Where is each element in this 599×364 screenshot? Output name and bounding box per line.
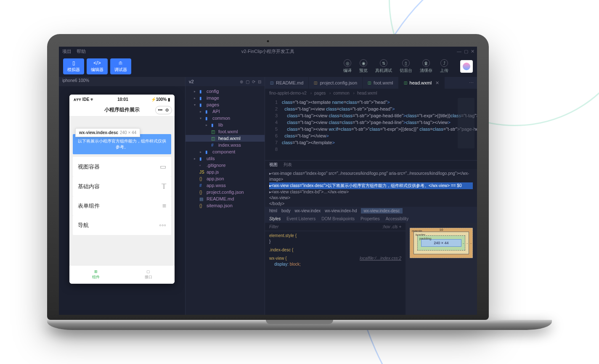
md-icon: ▤ bbox=[199, 197, 204, 201]
debug-icon: ⫙ bbox=[118, 60, 123, 66]
styles-filter-input[interactable]: Filter bbox=[269, 224, 278, 229]
tree-item[interactable]: ▸▮utils bbox=[186, 155, 265, 162]
window-close-icon[interactable]: ✕ bbox=[471, 49, 474, 54]
css-rules[interactable]: element.style {}.index-desc {</span></di… bbox=[265, 231, 406, 315]
code-editor[interactable]: 12345678 class="t-tag"><template name=cl… bbox=[265, 97, 477, 160]
styles-hints[interactable]: :hov .cls + bbox=[382, 224, 401, 229]
tree-item[interactable]: #index.wxss bbox=[186, 142, 265, 148]
new-file-icon[interactable]: ⊕ bbox=[240, 79, 243, 84]
dom-crumb-item[interactable]: wx-view.index-desc bbox=[361, 208, 402, 214]
debugger-toggle-button[interactable]: ⫙调试器 bbox=[110, 58, 131, 74]
refresh-icon[interactable]: ⟳ bbox=[252, 79, 255, 84]
folder-icon: ▮ bbox=[199, 103, 204, 107]
tree-item[interactable]: ▾▮pages bbox=[186, 101, 265, 108]
list-item[interactable]: 表单组件≡ bbox=[73, 196, 171, 216]
tree-item[interactable]: {}project.config.json bbox=[186, 189, 265, 195]
laptop-mockup: 项目 帮助 v2-FinClip小程序开发工具 — ▢ ✕ ▯模拟器 </>编辑… bbox=[47, 34, 552, 330]
devtools-subtabs: StylesEvent ListenersDOM BreakpointsProp… bbox=[265, 214, 477, 223]
upload-button[interactable]: ⤴上传 bbox=[440, 59, 448, 74]
window-maximize-icon[interactable]: ▢ bbox=[464, 49, 468, 54]
dom-inspector[interactable]: ▸<wx-image class="index-logo" src="../re… bbox=[265, 169, 477, 207]
devtools-subtab[interactable]: Accessibility bbox=[386, 216, 408, 221]
list-item[interactable]: 基础内容𝕋 bbox=[73, 177, 171, 196]
menu-help[interactable]: 帮助 bbox=[77, 48, 86, 55]
devtools-subtab[interactable]: Properties bbox=[360, 216, 380, 221]
upload-icon: ⤴ bbox=[440, 59, 448, 67]
phone-close-icon[interactable]: ⊙ bbox=[164, 107, 170, 113]
tree-item[interactable]: {}sitemap.json bbox=[186, 202, 265, 209]
minimap[interactable] bbox=[458, 98, 474, 148]
tree-item[interactable]: ▸▮config bbox=[186, 88, 265, 95]
json-icon: {} bbox=[199, 177, 204, 181]
tree-item[interactable]: ▸▮lib bbox=[186, 121, 265, 128]
json-icon: {} bbox=[199, 203, 204, 208]
tree-item[interactable]: ◫foot.wxml bbox=[186, 128, 265, 135]
wxml-icon: ◫ bbox=[211, 136, 216, 141]
dom-crumb-item[interactable]: body bbox=[281, 208, 291, 213]
ide-screen: 项目 帮助 v2-FinClip小程序开发工具 — ▢ ✕ ▯模拟器 </>编辑… bbox=[59, 47, 477, 315]
dom-breadcrumb[interactable]: htmlbodywx-view.indexwx-view.index-hdwx-… bbox=[265, 207, 477, 214]
tree-item[interactable]: ▫.gitignore bbox=[186, 162, 265, 169]
project-root-label[interactable]: v2 bbox=[189, 79, 194, 84]
editor-tab[interactable]: ◫project.config.json bbox=[309, 77, 363, 89]
breadcrumb-item[interactable]: pages bbox=[314, 91, 331, 95]
index-desc-highlighted[interactable]: 以下将展示小程序官方组件能力，组件样式仅供参考。 bbox=[73, 134, 171, 154]
phone-nav-bar: 小程序组件展示 ••• ⊙ bbox=[69, 104, 175, 116]
devtools-subtab[interactable]: Styles bbox=[269, 216, 281, 221]
devtools-subtab[interactable]: Event Listeners bbox=[286, 216, 315, 221]
simulator-device-info[interactable]: iphone6 100% bbox=[59, 77, 185, 86]
breadcrumb-item[interactable]: common bbox=[333, 91, 354, 95]
dom-crumb-item[interactable]: wx-view.index-hd bbox=[325, 208, 357, 213]
tree-item[interactable]: ◫head.wxml bbox=[186, 135, 265, 142]
tab-api[interactable]: ▢接口 bbox=[122, 266, 175, 284]
list-item[interactable]: 视图容器▭ bbox=[73, 157, 171, 177]
tree-item[interactable]: JSapp.js bbox=[186, 169, 265, 175]
devtools-tab-view[interactable]: 视图 bbox=[269, 162, 278, 168]
box-model-panel: margin 10 - border - padding - bbox=[406, 223, 477, 315]
folder-icon: ▮ bbox=[199, 89, 204, 94]
editor-tab[interactable]: ◫foot.wxml bbox=[363, 77, 398, 89]
folder-icon: ▮ bbox=[199, 96, 204, 100]
tree-item[interactable]: ▸▮image bbox=[186, 95, 265, 101]
collapse-icon[interactable]: ⊟ bbox=[258, 79, 261, 84]
status-carrier: ᴀᴛᴛ IDE ᯤ bbox=[74, 97, 95, 102]
tree-item[interactable]: #app.wxss bbox=[186, 182, 265, 189]
compile-icon: ◎ bbox=[344, 59, 351, 67]
tabs-more-icon[interactable]: ⋯ bbox=[466, 80, 477, 86]
editor-toggle-button[interactable]: </>编辑器 bbox=[87, 58, 108, 74]
background-icon: ▯ bbox=[402, 59, 410, 67]
title-bar: 项目 帮助 v2-FinClip小程序开发工具 — ▢ ✕ bbox=[59, 47, 477, 56]
breadcrumb-item[interactable]: fino-applet-demo-v2 bbox=[269, 91, 312, 95]
inspector-tooltip: wx-view.index-desc240 × 44 bbox=[75, 128, 140, 137]
devtools-tab-list[interactable]: 列表 bbox=[284, 162, 292, 168]
phone-menu-icon[interactable]: ••• bbox=[157, 107, 163, 113]
tree-item[interactable]: ▤README.md bbox=[186, 195, 265, 202]
window-minimize-icon[interactable]: — bbox=[457, 49, 461, 54]
tab-components[interactable]: ⊞组件 bbox=[69, 266, 122, 284]
editor-tab[interactable]: ◫README.md bbox=[265, 77, 309, 89]
compile-button[interactable]: ◎编译 bbox=[343, 59, 352, 74]
clear-cache-button[interactable]: 🗑清缓存 bbox=[420, 59, 432, 74]
background-button[interactable]: ▯切后台 bbox=[400, 59, 412, 74]
devtools-subtab[interactable]: DOM Breakpoints bbox=[321, 216, 355, 221]
breadcrumb-item[interactable]: head.wxml bbox=[357, 91, 377, 95]
tree-item[interactable]: ▸▮component bbox=[186, 148, 265, 155]
preview-button[interactable]: ◉预览 bbox=[359, 59, 368, 74]
list-item[interactable]: 导航◦◦◦ bbox=[73, 216, 171, 235]
editor-tab[interactable]: ◫head.wxml✕ bbox=[399, 77, 445, 89]
editor-tab-bar: ◫README.md◫project.config.json◫foot.wxml… bbox=[265, 77, 477, 89]
close-icon[interactable]: ✕ bbox=[435, 80, 439, 86]
remote-debug-button[interactable]: ⇅真机调试 bbox=[375, 59, 392, 74]
new-folder-icon[interactable]: ▢ bbox=[246, 79, 249, 84]
wxml-icon: ◫ bbox=[368, 81, 371, 85]
menu-project[interactable]: 项目 bbox=[62, 48, 72, 55]
code-icon: </> bbox=[93, 60, 101, 66]
dom-crumb-item[interactable]: html bbox=[269, 208, 277, 213]
tree-item[interactable]: {}app.json bbox=[186, 175, 265, 182]
dom-crumb-item[interactable]: wx-view.index bbox=[295, 208, 321, 213]
tree-item[interactable]: ▸▮API bbox=[186, 108, 265, 115]
user-avatar[interactable] bbox=[460, 60, 473, 73]
simulator-toggle-button[interactable]: ▯模拟器 bbox=[63, 58, 84, 74]
tree-item[interactable]: ▾▮common bbox=[186, 115, 265, 121]
box-model[interactable]: margin 10 - border - padding - bbox=[410, 228, 473, 258]
